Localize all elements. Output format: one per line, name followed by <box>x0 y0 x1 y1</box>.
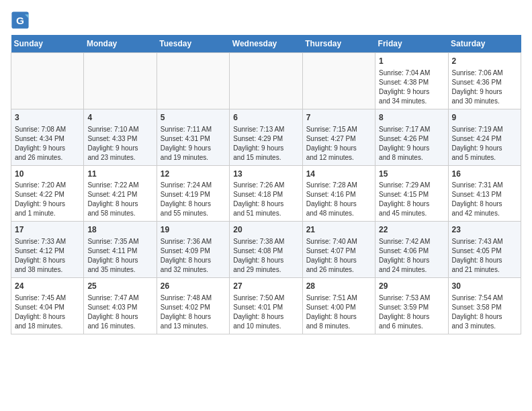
cell-content-line: Sunrise: 7:24 AM <box>161 181 226 190</box>
cell-content-line: Daylight: 9 hours <box>306 144 371 153</box>
cell-content-line: Daylight: 8 hours <box>379 256 444 265</box>
cell-content-line: Sunset: 4:27 PM <box>306 134 371 144</box>
day-number: 14 <box>306 169 371 180</box>
calendar-cell: 21Sunrise: 7:40 AMSunset: 4:07 PMDayligh… <box>302 222 375 278</box>
cell-content-line: and 6 minutes. <box>379 322 444 331</box>
calendar-cell <box>157 53 229 109</box>
cell-content-line: Sunset: 4:16 PM <box>306 190 371 199</box>
cell-content-line: Sunset: 4:13 PM <box>452 190 517 199</box>
cell-content-line: Sunset: 4:38 PM <box>379 78 444 87</box>
logo: G <box>11 11 32 30</box>
cell-content-line: Daylight: 8 hours <box>15 312 80 322</box>
cell-content-line: and 5 minutes. <box>452 153 517 163</box>
calendar-cell: 3Sunrise: 7:08 AMSunset: 4:34 PMDaylight… <box>11 109 84 165</box>
cell-content-line: Daylight: 8 hours <box>161 312 226 322</box>
svg-text:G: G <box>16 15 24 26</box>
cell-content-line: and 15 minutes. <box>233 153 298 163</box>
calendar-cell: 5Sunrise: 7:11 AMSunset: 4:31 PMDaylight… <box>157 109 229 165</box>
cell-content-line: and 55 minutes. <box>161 209 226 218</box>
cell-content-line: Sunset: 4:21 PM <box>87 190 152 199</box>
cell-content-line: Daylight: 9 hours <box>15 144 80 153</box>
cell-content-line: and 26 minutes. <box>306 265 371 275</box>
cell-content-line: Daylight: 8 hours <box>306 256 371 265</box>
cell-content-line: Sunset: 4:11 PM <box>87 246 152 256</box>
cell-content-line: Sunrise: 7:06 AM <box>452 68 517 78</box>
cell-content-line: Sunrise: 7:48 AM <box>161 293 226 303</box>
cell-content-line: Sunset: 4:06 PM <box>379 246 444 256</box>
calendar-cell: 23Sunrise: 7:43 AMSunset: 4:05 PMDayligh… <box>448 222 521 278</box>
cell-content-line: Daylight: 9 hours <box>452 87 517 97</box>
day-number: 23 <box>452 224 517 236</box>
day-number: 29 <box>379 281 444 292</box>
day-number: 22 <box>379 224 444 236</box>
cell-content-line: Sunrise: 7:42 AM <box>379 237 444 246</box>
cell-content-line: Daylight: 8 hours <box>452 199 517 209</box>
calendar-cell: 4Sunrise: 7:10 AMSunset: 4:33 PMDaylight… <box>84 109 157 165</box>
cell-content-line: Daylight: 8 hours <box>306 199 371 209</box>
cell-content-line: Sunset: 4:08 PM <box>233 246 298 256</box>
calendar-cell: 20Sunrise: 7:38 AMSunset: 4:08 PMDayligh… <box>230 222 302 278</box>
calendar-cell: 18Sunrise: 7:35 AMSunset: 4:11 PMDayligh… <box>84 222 157 278</box>
weekday-header: Monday <box>84 35 157 53</box>
cell-content-line: and 58 minutes. <box>87 209 152 218</box>
cell-content-line: Sunset: 3:58 PM <box>452 303 517 312</box>
week-row: 17Sunrise: 7:33 AMSunset: 4:12 PMDayligh… <box>11 222 521 278</box>
calendar-cell: 15Sunrise: 7:29 AMSunset: 4:15 PMDayligh… <box>375 165 448 222</box>
calendar-cell: 30Sunrise: 7:54 AMSunset: 3:58 PMDayligh… <box>448 278 521 334</box>
cell-content-line: Sunrise: 7:10 AM <box>87 125 152 134</box>
cell-content-line: Daylight: 8 hours <box>379 199 444 209</box>
weekday-header: Tuesday <box>157 35 229 53</box>
day-number: 27 <box>233 281 298 292</box>
cell-content-line: Sunrise: 7:43 AM <box>452 237 517 246</box>
cell-content-line: Daylight: 8 hours <box>87 312 152 322</box>
calendar-cell: 1Sunrise: 7:04 AMSunset: 4:38 PMDaylight… <box>375 53 448 109</box>
cell-content-line: and 16 minutes. <box>87 322 152 331</box>
cell-content-line: Daylight: 9 hours <box>161 144 226 153</box>
cell-content-line: and 42 minutes. <box>452 209 517 218</box>
calendar-cell: 17Sunrise: 7:33 AMSunset: 4:12 PMDayligh… <box>11 222 84 278</box>
cell-content-line: Daylight: 8 hours <box>233 312 298 322</box>
cell-content-line: Daylight: 8 hours <box>87 256 152 265</box>
day-number: 10 <box>15 169 80 180</box>
calendar-cell: 27Sunrise: 7:50 AMSunset: 4:01 PMDayligh… <box>230 278 302 334</box>
cell-content-line: Daylight: 8 hours <box>233 199 298 209</box>
cell-content-line: and 1 minute. <box>15 209 80 218</box>
cell-content-line: Sunrise: 7:19 AM <box>452 125 517 134</box>
cell-content-line: Sunset: 4:22 PM <box>15 190 80 199</box>
cell-content-line: and 13 minutes. <box>161 322 226 331</box>
cell-content-line: Sunrise: 7:38 AM <box>233 237 298 246</box>
calendar-cell: 8Sunrise: 7:17 AMSunset: 4:26 PMDaylight… <box>375 109 448 165</box>
day-number: 24 <box>15 281 80 292</box>
cell-content-line: Daylight: 9 hours <box>233 144 298 153</box>
cell-content-line: and 3 minutes. <box>452 322 517 331</box>
calendar-cell <box>302 53 375 109</box>
day-number: 4 <box>87 112 152 124</box>
calendar-cell: 6Sunrise: 7:13 AMSunset: 4:29 PMDaylight… <box>230 109 302 165</box>
cell-content-line: Daylight: 8 hours <box>15 256 80 265</box>
day-number: 7 <box>306 112 371 124</box>
calendar-cell: 16Sunrise: 7:31 AMSunset: 4:13 PMDayligh… <box>448 165 521 222</box>
day-number: 25 <box>87 281 152 292</box>
cell-content-line: and 34 minutes. <box>379 97 444 106</box>
cell-content-line: Sunset: 4:34 PM <box>15 134 80 144</box>
cell-content-line: Sunset: 4:19 PM <box>161 190 226 199</box>
calendar-cell: 11Sunrise: 7:22 AMSunset: 4:21 PMDayligh… <box>84 165 157 222</box>
weekday-header: Thursday <box>302 35 375 53</box>
cell-content-line: and 8 minutes. <box>306 322 371 331</box>
day-number: 11 <box>87 169 152 180</box>
calendar-cell: 9Sunrise: 7:19 AMSunset: 4:24 PMDaylight… <box>448 109 521 165</box>
cell-content-line: and 21 minutes. <box>452 265 517 275</box>
cell-content-line: and 48 minutes. <box>306 209 371 218</box>
week-row: 3Sunrise: 7:08 AMSunset: 4:34 PMDaylight… <box>11 109 521 165</box>
day-number: 6 <box>233 112 298 124</box>
week-row: 10Sunrise: 7:20 AMSunset: 4:22 PMDayligh… <box>11 165 521 222</box>
cell-content-line: Daylight: 9 hours <box>379 87 444 97</box>
cell-content-line: Sunrise: 7:28 AM <box>306 181 371 190</box>
weekday-header: Saturday <box>448 35 521 53</box>
cell-content-line: Sunrise: 7:29 AM <box>379 181 444 190</box>
weekday-header: Friday <box>375 35 448 53</box>
calendar-cell: 26Sunrise: 7:48 AMSunset: 4:02 PMDayligh… <box>157 278 229 334</box>
cell-content-line: and 19 minutes. <box>161 153 226 163</box>
cell-content-line: Sunrise: 7:22 AM <box>87 181 152 190</box>
cell-content-line: and 38 minutes. <box>15 265 80 275</box>
